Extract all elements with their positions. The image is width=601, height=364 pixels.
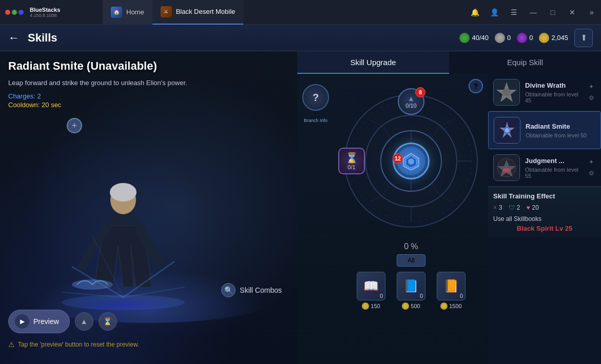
export-button[interactable]: ⬆ — [574, 29, 593, 47]
warning-icon: ⚠ — [8, 340, 15, 349]
preview-button[interactable]: ▶ Preview — [8, 310, 70, 333]
skill-preview-panel: Radiant Smite (Unavailable) Leap forward… — [0, 51, 297, 364]
svg-point-22 — [505, 128, 509, 132]
cost-coin-1 — [402, 302, 409, 310]
coin-icon — [539, 33, 549, 43]
skillbook-cost-0: 150 — [362, 302, 380, 310]
play-icon: ▶ — [15, 314, 29, 329]
gray-resource: 0 — [495, 33, 511, 43]
stat-heart-value: 20 — [532, 204, 539, 211]
timer-control-btn[interactable]: ⌛ — [99, 312, 117, 331]
logo-circles — [5, 10, 24, 15]
title-bar: BlueStacks 4.150.8.1008 🏠 Home ⚔ Black D… — [0, 0, 601, 25]
branch-info-button[interactable]: ? — [302, 84, 329, 111]
radiant-smite-name: Radiant Smite — [526, 123, 595, 130]
skill-info-overlay: Radiant Smite (Unavailable) Leap forward… — [8, 59, 289, 109]
close-btn[interactable]: ✕ — [563, 3, 581, 22]
tab-skill-upgrade[interactable]: Skill Upgrade — [297, 51, 449, 74]
purple-value: 0 — [529, 34, 533, 42]
use-skillbooks-label: Use all Skillbooks — [493, 215, 596, 223]
effect-stat-shield: 🛡 2 — [509, 204, 520, 211]
plus-button[interactable]: + — [67, 118, 82, 133]
up-control-btn[interactable]: ▲ — [75, 312, 93, 331]
skill-combos-button[interactable]: 🔍 Skill Combos — [221, 283, 282, 297]
skill-tree-center: ? — [334, 74, 488, 364]
main-content: Radiant Smite (Unavailable) Leap forward… — [0, 51, 601, 364]
skillbook-icon-2: 📙 0 — [437, 272, 466, 300]
divine-wrath-icon — [493, 79, 520, 106]
branch-sidebar: ? Branch Info — [297, 74, 334, 364]
judgment-info: Judgment ... Obtainable from level 55 — [525, 157, 581, 179]
skillbook-item-1[interactable]: 📘 0 500 — [393, 272, 429, 310]
game-area: ← Skills 40/40 0 0 2,045 ⬆ — [0, 25, 601, 364]
skillbook-item-0[interactable]: 📖 0 150 — [353, 272, 389, 310]
home-tab-icon: 🏠 — [111, 7, 122, 18]
skill-list: Divine Wrath Obtainable from level 45 ✦ … — [488, 74, 601, 364]
skill-list-item-judgment[interactable]: Judgment ... Obtainable from level 55 ✦ … — [488, 149, 601, 187]
skill-node-left[interactable]: ⌛ 0/1 — [338, 148, 365, 174]
bluestacks-logo: BlueStacks 4.150.8.1008 — [5, 7, 60, 18]
judgment-level: Obtainable from level 55 — [525, 167, 581, 179]
skill-cooldown: Cooldown: 20 sec — [8, 101, 289, 109]
app-version: 4.150.8.1008 — [30, 13, 60, 18]
skillbook-cost-2: 1500 — [440, 302, 461, 310]
effect-title: Skill Training Effect — [493, 192, 596, 200]
minimize-btn[interactable]: — — [524, 3, 542, 22]
tab-equip-skill[interactable]: Equip Skill — [449, 51, 601, 74]
skillbook-count-0: 0 — [380, 293, 383, 299]
skill-name: Radiant Smite (Unavailable) — [8, 59, 289, 73]
skill-charges: Charges: 2 — [8, 92, 289, 100]
notifications-btn[interactable]: 🔔 — [466, 3, 484, 22]
node-top-arrow: ▲ — [408, 94, 415, 103]
combos-icon: 🔍 — [221, 283, 236, 297]
action-icon-bottom: ⚙ — [587, 93, 596, 103]
preview-controls: ▶ Preview ▲ ⌛ — [8, 310, 117, 333]
game-top-bar: ← Skills 40/40 0 0 2,045 ⬆ — [0, 25, 601, 51]
skillbook-row: 📖 0 150 📘 0 — [353, 272, 469, 310]
logo-circle-green — [12, 10, 17, 15]
skillbook-count-2: 0 — [460, 293, 463, 299]
window-controls: 🔔 👤 ☰ — □ ✕ » — [466, 3, 601, 22]
skill-description: Leap forward and strike the ground to un… — [8, 78, 289, 88]
judgment-action-top: ✦ — [587, 157, 596, 167]
skillbook-icon-0: 📖 0 — [357, 272, 385, 300]
back-button[interactable]: ← — [8, 31, 20, 45]
divine-wrath-actions: ✦ ⚙ — [587, 82, 596, 103]
menu-btn[interactable]: ☰ — [505, 3, 523, 22]
divine-wrath-level: Obtainable from level 45 — [525, 91, 581, 104]
skillbook-item-2[interactable]: 📙 0 1500 — [433, 272, 469, 310]
skillbook-cost-1: 500 — [402, 302, 420, 310]
tab-home[interactable]: 🏠 Home — [103, 0, 152, 25]
skillbook-icon-1: 📘 0 — [397, 272, 425, 300]
skill-list-item-radiant-smite[interactable]: Radiant Smite Obtainable from level 50 — [488, 111, 601, 149]
black-spirit-level[interactable]: Black Spirit Lv 25 — [493, 225, 596, 232]
skill-upgrade-area: ? Branch Info ? — [297, 74, 601, 364]
tab-game[interactable]: ⚔ Black Desert Mobile — [152, 0, 244, 25]
maximize-btn[interactable]: □ — [544, 3, 562, 22]
skill-training-section: Skill Training Effect × 3 🛡 2 ♥ — [488, 187, 601, 237]
branch-info-label: Branch Info — [304, 118, 327, 124]
skill-node-top[interactable]: ▲ 0/10 8 — [398, 88, 424, 115]
game-tab-symbol: ⚔ — [164, 9, 168, 14]
svg-point-18 — [502, 88, 511, 96]
node-left-progress: 0/1 — [347, 164, 355, 170]
stat-shield-icon: 🛡 — [509, 204, 515, 211]
radiant-smite-level: Obtainable from level 50 — [526, 132, 595, 138]
cost-coin-0 — [362, 302, 369, 310]
account-btn[interactable]: 👤 — [485, 3, 503, 22]
coin-resource: 2,045 — [539, 33, 568, 43]
svg-point-3 — [110, 183, 137, 201]
svg-point-15 — [408, 158, 414, 165]
all-button[interactable]: All — [397, 254, 425, 267]
radiant-smite-icon — [494, 117, 520, 144]
expand-btn[interactable]: » — [583, 3, 601, 22]
stat-heart-icon: ♥ — [526, 204, 530, 211]
bluestacks-branding: BlueStacks 4.150.8.1008 — [0, 7, 103, 18]
skillbook-count-1: 0 — [420, 293, 423, 299]
gray-resource-icon — [495, 33, 505, 43]
stat-x-icon: × — [493, 204, 497, 211]
judgment-action-bottom: ⚙ — [587, 169, 596, 178]
action-icon-top: ✦ — [587, 82, 596, 91]
skill-list-item-divine-wrath[interactable]: Divine Wrath Obtainable from level 45 ✦ … — [488, 74, 601, 111]
warning-text: Tap the 'preview' button to reset the pr… — [18, 341, 139, 348]
